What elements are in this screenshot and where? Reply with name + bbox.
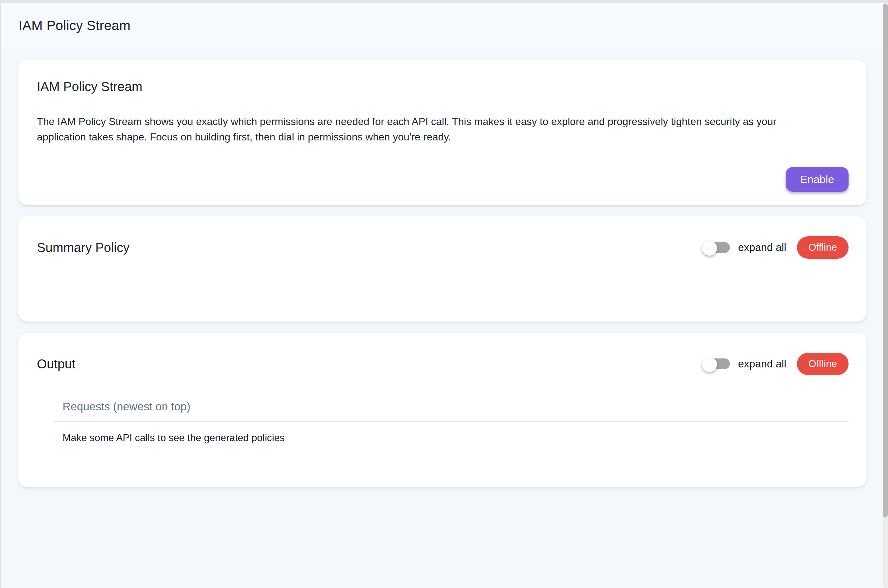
output-header: Output expand all Offline [37, 352, 849, 375]
intro-card: IAM Policy Stream The IAM Policy Stream … [18, 60, 867, 205]
output-title: Output [37, 357, 75, 371]
window-left-border [0, 0, 1, 588]
intro-card-actions: Enable [37, 167, 849, 192]
main-content: IAM Policy Stream The IAM Policy Stream … [1, 48, 882, 588]
output-expand-toggle[interactable] [703, 358, 730, 369]
intro-card-description: The IAM Policy Stream shows you exactly … [37, 114, 819, 145]
page-title: IAM Policy Stream [19, 18, 130, 33]
scrollbar-thumb[interactable] [883, 4, 888, 518]
summary-status-badge[interactable]: Offline [797, 236, 849, 259]
intro-card-title: IAM Policy Stream [37, 80, 849, 94]
requests-empty-message: Make some API calls to see the generated… [54, 422, 849, 444]
output-card: Output expand all Offline Requests (newe… [18, 333, 867, 487]
output-status-badge[interactable]: Offline [797, 352, 849, 375]
summary-expand-toggle-knob[interactable] [702, 240, 717, 255]
output-expand-all-label: expand all [738, 358, 786, 370]
scrollbar-track[interactable] [882, 3, 888, 588]
summary-expand-toggle[interactable] [703, 242, 730, 253]
app-header: IAM Policy Stream [1, 3, 882, 48]
summary-policy-title: Summary Policy [37, 240, 129, 255]
output-expand-toggle-knob[interactable] [702, 357, 717, 372]
enable-button[interactable]: Enable [786, 167, 849, 192]
requests-heading: Requests (newest on top) [54, 400, 849, 421]
summary-policy-header: Summary Policy expand all Offline [37, 236, 849, 259]
summary-policy-card: Summary Policy expand all Offline [18, 216, 867, 322]
summary-expand-all-label: expand all [738, 242, 786, 254]
window-top-border [0, 0, 888, 3]
requests-section: Requests (newest on top) Make some API c… [54, 400, 849, 444]
